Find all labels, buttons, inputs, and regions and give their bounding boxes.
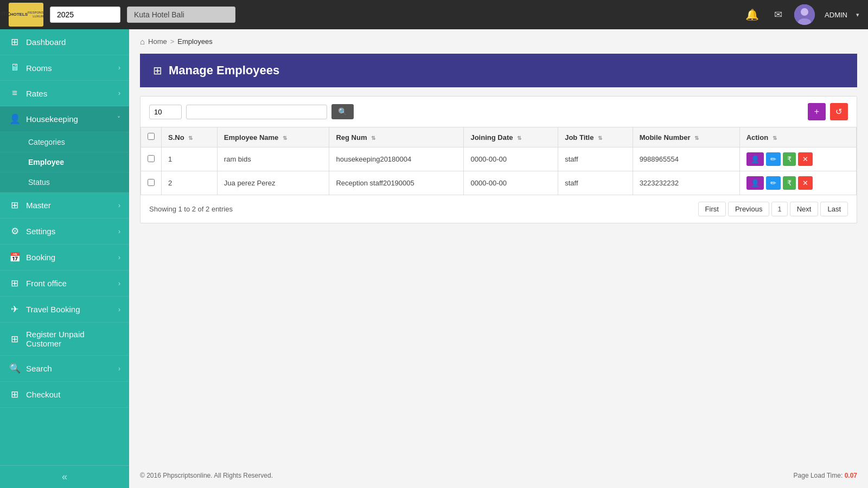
sidebar-item-label: Dashboard: [26, 37, 120, 47]
edit-button[interactable]: ✏: [766, 176, 781, 190]
view-button[interactable]: 👤: [746, 152, 764, 166]
search-input[interactable]: [186, 105, 327, 119]
cell-name: Jua perez Perez: [217, 171, 329, 195]
chevron-right-icon: ›: [118, 306, 120, 313]
register-icon: ⊞: [9, 333, 21, 345]
sidebar-item-dashboard[interactable]: ⊞ Dashboard: [0, 29, 129, 55]
sidebar-subitem-status[interactable]: Status: [0, 172, 129, 192]
logo: ITC HOTELS RESPONSIBLE LUXURY: [9, 3, 43, 27]
rates-icon: ≡: [9, 88, 21, 99]
admin-label: ADMIN: [825, 11, 847, 19]
col-action: Action ⇅: [739, 127, 856, 147]
chevron-right-icon: ›: [118, 64, 120, 72]
cell-action: 👤 ✏ ₹ ✕: [739, 171, 856, 195]
sidebar-item-travel-booking[interactable]: ✈ Travel Booking ›: [0, 297, 129, 323]
sidebar-item-master[interactable]: ⊞ Master ›: [0, 192, 129, 219]
cell-sno: 2: [162, 171, 218, 195]
page-header: ⊞ Manage Employees: [140, 54, 857, 87]
booking-icon: 📅: [9, 252, 21, 263]
sidebar-item-settings[interactable]: ⚙ Settings ›: [0, 219, 129, 245]
cell-jobtitle: staff: [558, 147, 633, 171]
sidebar-item-housekeeping[interactable]: 👤 Housekeeping ˅: [0, 106, 129, 132]
breadcrumb-separator: >: [170, 37, 175, 46]
sidebar-item-label: Booking: [26, 253, 113, 262]
delete-button[interactable]: ✕: [798, 176, 813, 190]
pagination-previous[interactable]: Previous: [728, 202, 770, 216]
pagination-current: 1: [771, 202, 787, 216]
table-row: 1 ram bids housekeeping20180004 0000-00-…: [141, 147, 857, 171]
housekeeping-icon: 👤: [9, 113, 21, 125]
col-mobile: Mobile Number ⇅: [633, 127, 739, 147]
sidebar-item-rates[interactable]: ≡ Rates ›: [0, 81, 129, 106]
add-employee-button[interactable]: +: [808, 103, 826, 120]
cell-jobtitle: staff: [558, 171, 633, 195]
cell-sno: 1: [162, 147, 218, 171]
bell-icon[interactable]: 🔔: [745, 8, 759, 21]
settings-icon: ⚙: [9, 226, 21, 237]
chevron-down-icon: ˅: [117, 115, 120, 123]
sidebar-item-checkout[interactable]: ⊞ Checkout: [0, 382, 129, 408]
content-area: 🔍 + ↺ S.No ⇅ Employee Name ⇅ Reg Num ⇅ J…: [140, 96, 857, 223]
sidebar-item-register-unpaid[interactable]: ⊞ Register Unpaid Customer: [0, 323, 129, 356]
delete-button[interactable]: ✕: [798, 152, 813, 166]
cell-regnum: Reception staff20190005: [329, 171, 464, 195]
refresh-button[interactable]: ↺: [830, 103, 848, 120]
sidebar-item-rooms[interactable]: 🖥 Rooms ›: [0, 55, 129, 81]
pagination-next[interactable]: Next: [790, 202, 819, 216]
admin-dropdown-arrow[interactable]: ▾: [856, 11, 859, 18]
row-checkbox-cell: [141, 171, 162, 195]
load-time: Page Load Time: 0.07: [794, 472, 857, 479]
view-button[interactable]: 👤: [746, 176, 764, 190]
search-button[interactable]: 🔍: [331, 104, 354, 119]
sidebar-subitem-employee[interactable]: Employee: [0, 152, 129, 172]
pagination: First Previous 1 Next Last: [698, 202, 848, 216]
sidebar-item-booking[interactable]: 📅 Booking ›: [0, 245, 129, 271]
page-footer: © 2016 Phpscriptsonline. All Rights Rese…: [129, 463, 868, 488]
cell-regnum: housekeeping20180004: [329, 147, 464, 171]
sidebar-item-front-office[interactable]: ⊞ Front office ›: [0, 271, 129, 297]
hotel-select[interactable]: [127, 7, 235, 23]
select-all-checkbox[interactable]: [148, 133, 155, 140]
chevron-right-icon: ›: [118, 254, 120, 261]
year-input[interactable]: [50, 7, 120, 23]
chevron-right-icon: ›: [118, 89, 120, 97]
sidebar-item-label: Rates: [26, 89, 113, 98]
entries-select[interactable]: [149, 105, 182, 119]
sidebar-subitem-categories[interactable]: Categories: [0, 132, 129, 152]
sidebar-item-label: Housekeeping: [26, 114, 112, 124]
col-name: Employee Name ⇅: [217, 127, 329, 147]
copyright: © 2016 Phpscriptsonline. All Rights Rese…: [140, 472, 273, 479]
cell-action: 👤 ✏ ₹ ✕: [739, 147, 856, 171]
pagination-last[interactable]: Last: [820, 202, 848, 216]
breadcrumb: ⌂ Home > Employees: [129, 29, 868, 54]
avatar: [794, 4, 815, 25]
topbar: ITC HOTELS RESPONSIBLE LUXURY 🔔 ✉ ADMIN …: [0, 0, 868, 29]
edit-button[interactable]: ✏: [766, 152, 781, 166]
breadcrumb-home[interactable]: Home: [148, 37, 167, 46]
mail-icon[interactable]: ✉: [774, 9, 782, 21]
checkout-icon: ⊞: [9, 389, 21, 400]
master-icon: ⊞: [9, 200, 21, 211]
home-icon: ⌂: [140, 37, 145, 46]
sidebar-collapse-button[interactable]: «: [0, 465, 129, 488]
travel-icon: ✈: [9, 304, 21, 315]
chevron-right-icon: ›: [118, 228, 120, 235]
employee-table: S.No ⇅ Employee Name ⇅ Reg Num ⇅ Joining…: [141, 127, 857, 195]
sidebar-item-label: Settings: [26, 227, 113, 236]
row-checkbox-cell: [141, 147, 162, 171]
sidebar-item-label: Search: [26, 364, 113, 373]
dashboard-icon: ⊞: [9, 36, 21, 48]
rupee-button[interactable]: ₹: [783, 176, 796, 190]
page-title: Manage Employees: [169, 63, 279, 78]
pagination-first[interactable]: First: [698, 202, 726, 216]
select-all-header: [141, 127, 162, 147]
sidebar-item-label: Checkout: [26, 390, 120, 399]
row-checkbox[interactable]: [148, 179, 155, 186]
sidebar-item-search[interactable]: 🔍 Search ›: [0, 356, 129, 382]
sidebar-item-label: Master: [26, 201, 113, 210]
cell-joining: 0000-00-00: [464, 147, 558, 171]
row-checkbox[interactable]: [148, 155, 155, 162]
sidebar-item-label: Rooms: [26, 63, 113, 73]
front-office-icon: ⊞: [9, 278, 21, 289]
rupee-button[interactable]: ₹: [783, 152, 796, 166]
